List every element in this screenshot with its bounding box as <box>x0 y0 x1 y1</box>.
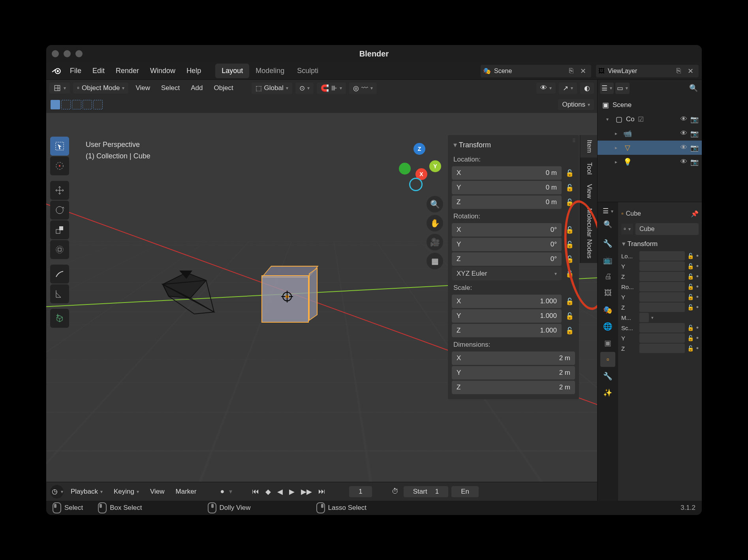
timeline-editor-selector[interactable]: ◷▾ <box>50 485 64 498</box>
visibility-filter[interactable]: 👁▾ <box>536 83 556 94</box>
current-frame-field[interactable]: 1 <box>349 486 372 497</box>
zoom-button[interactable]: 🔍 <box>427 196 443 212</box>
object-data-selector[interactable]: ▫▾ <box>621 224 633 235</box>
keyframe-next-button[interactable]: ▶▶ <box>299 487 314 496</box>
menu-window[interactable]: Window <box>145 64 180 77</box>
timeline-playback[interactable]: Playback▾ <box>67 486 107 497</box>
n-tab-molecular-nodes[interactable]: Molecular Nodes <box>580 203 597 263</box>
select-mode-1[interactable] <box>51 100 60 109</box>
lock-icon[interactable]: 🔓 <box>564 255 575 263</box>
camera-icon[interactable]: 📷 <box>690 115 699 124</box>
camera-icon[interactable]: 📷 <box>690 158 699 166</box>
outliner-light-row[interactable]: ▸💡 👁📷 <box>598 155 702 169</box>
lock-icon[interactable]: 🔓 <box>687 325 694 331</box>
proportional-edit[interactable]: ◎〰▾ <box>349 83 377 94</box>
eye-icon[interactable]: 👁 <box>680 144 687 152</box>
menu-file[interactable]: File <box>65 64 86 77</box>
pivot-selector[interactable]: ⊙▾ <box>295 83 314 94</box>
prop-loc-x[interactable] <box>639 251 685 261</box>
prop-scale-z[interactable] <box>639 344 685 353</box>
location-x-field[interactable]: X0 m <box>452 166 562 180</box>
tab-object[interactable]: ▫ <box>600 352 615 367</box>
camera-object[interactable] <box>155 269 226 324</box>
select-mode-4[interactable] <box>83 100 92 109</box>
viewlayer-selector[interactable]: 🖼 ViewLayer ⎘ ✕ <box>596 65 699 77</box>
camera-view-button[interactable]: 🎥 <box>427 234 443 250</box>
eye-icon[interactable]: 👁 <box>680 115 687 124</box>
n-tab-tool[interactable]: Tool <box>580 158 597 179</box>
prop-loc-y[interactable] <box>639 261 685 271</box>
scale-x-field[interactable]: X1.000 <box>452 295 562 308</box>
new-scene-icon[interactable]: ⎘ <box>565 65 577 77</box>
lock-icon[interactable]: 🔓 <box>687 263 694 269</box>
orientation-selector[interactable]: ⬚ Global ▾ <box>252 83 292 94</box>
panel-grip-icon[interactable]: ⠿ <box>572 138 577 144</box>
lock-icon[interactable]: 🔓 <box>564 226 575 234</box>
delete-viewlayer-icon[interactable]: ✕ <box>684 65 696 77</box>
rotation-z-field[interactable]: Z0° <box>452 252 562 266</box>
play-button[interactable]: ▶ <box>288 487 296 496</box>
lock-icon[interactable]: 🔓 <box>564 312 575 320</box>
lock-icon[interactable]: 🔓 <box>687 304 694 310</box>
location-z-field[interactable]: Z0 m <box>452 195 562 209</box>
gizmo-neg-y[interactable] <box>399 163 411 175</box>
tab-collection[interactable]: ▣ <box>600 335 615 350</box>
gizmo-neg-z[interactable] <box>409 178 423 191</box>
select-mode-strip[interactable] <box>49 99 104 111</box>
delete-scene-icon[interactable]: ✕ <box>577 65 589 77</box>
prop-mode[interactable] <box>639 313 649 322</box>
outliner-editor-selector[interactable]: ☰▾ <box>600 83 614 94</box>
outliner-display-mode[interactable]: ▭▾ <box>615 83 630 94</box>
measure-tool[interactable] <box>50 284 69 303</box>
tab-tool[interactable]: 🔧 <box>600 236 615 251</box>
navigation-gizmo[interactable]: Z Y X <box>396 145 443 192</box>
lock-icon[interactable]: 🔓 <box>687 253 694 259</box>
workspace-sculpting[interactable]: Sculpti <box>291 64 325 78</box>
timeline-marker[interactable]: Marker <box>172 486 201 497</box>
gizmo-toggle[interactable]: ↗▾ <box>559 83 577 94</box>
scale-tool[interactable] <box>50 220 69 239</box>
rotation-y-field[interactable]: Y0° <box>452 238 562 251</box>
dimensions-z-field[interactable]: Z2 m <box>452 381 575 394</box>
keyframe-prev-button[interactable]: ◆ <box>264 487 273 496</box>
outliner-cube-row[interactable]: ▸▽ 👁📷 <box>598 141 702 155</box>
end-frame-field[interactable]: En <box>451 486 479 497</box>
minimize-window-button[interactable] <box>64 50 71 57</box>
maximize-window-button[interactable] <box>75 50 83 57</box>
cursor-tool[interactable] <box>50 156 69 175</box>
prop-rot-y[interactable] <box>639 292 685 302</box>
header-view[interactable]: View <box>132 83 154 94</box>
options-dropdown[interactable]: Options ▾ <box>558 99 594 110</box>
menu-help[interactable]: Help <box>182 64 206 77</box>
header-object[interactable]: Object <box>210 83 237 94</box>
n-tab-view[interactable]: View <box>580 179 597 203</box>
rotation-mode-selector[interactable]: XYZ Euler▾ <box>452 267 562 280</box>
select-mode-2[interactable] <box>61 100 71 109</box>
gizmo-z-axis[interactable]: Z <box>413 143 425 155</box>
pin-icon[interactable]: 📌 <box>691 210 699 218</box>
transform-tool[interactable] <box>50 240 69 259</box>
tab-viewlayer[interactable]: 🖼 <box>600 286 615 301</box>
n-panel-title[interactable]: Transform <box>452 139 575 153</box>
prop-loc-z[interactable] <box>639 272 685 281</box>
prop-scale-y[interactable] <box>639 333 685 343</box>
prop-rot-x[interactable] <box>639 282 685 291</box>
outliner-collection-row[interactable]: ▾▢ Co☑ 👁📷 <box>598 112 702 126</box>
menu-render[interactable]: Render <box>111 64 144 77</box>
outliner-search-icon[interactable]: 🔍 <box>688 82 699 94</box>
clock-icon[interactable]: ⏱ <box>390 487 400 496</box>
object-name-field[interactable]: Cube <box>635 223 699 235</box>
header-add[interactable]: Add <box>187 83 207 94</box>
scale-y-field[interactable]: Y1.000 <box>452 309 562 323</box>
location-y-field[interactable]: Y0 m <box>452 181 562 194</box>
lock-icon[interactable]: 🔓 <box>687 335 694 341</box>
lock-icon[interactable]: 🔓 <box>564 270 575 278</box>
lock-icon[interactable]: 🔓 <box>564 241 575 249</box>
3d-viewport[interactable]: + User Perspective (1) Collection | Cube… <box>46 113 597 482</box>
start-frame-field[interactable]: Start1 <box>404 486 448 497</box>
rotation-x-field[interactable]: X0° <box>452 223 562 237</box>
tab-render[interactable]: 📺 <box>600 252 615 267</box>
tab-scene[interactable]: 🎭 <box>600 302 615 317</box>
properties-transform-panel[interactable]: Transform <box>621 237 699 250</box>
dimensions-y-field[interactable]: Y2 m <box>452 366 575 380</box>
